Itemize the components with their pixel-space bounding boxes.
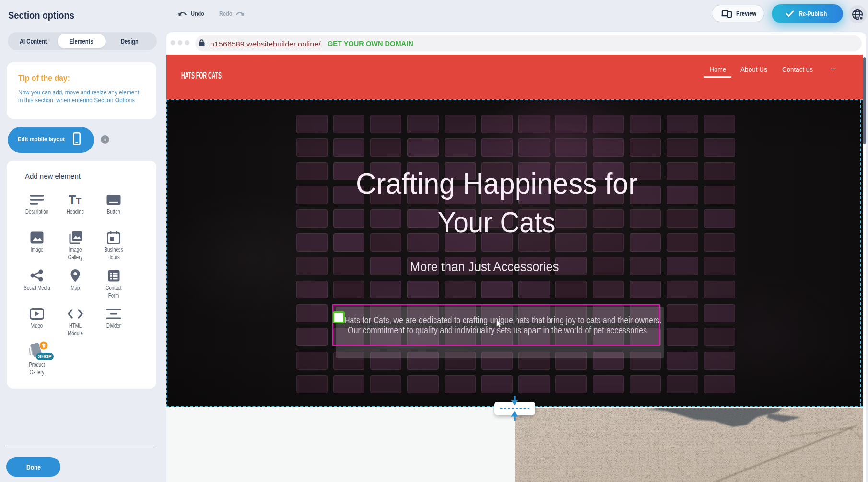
svg-text:SHOP: SHOP <box>38 354 52 359</box>
